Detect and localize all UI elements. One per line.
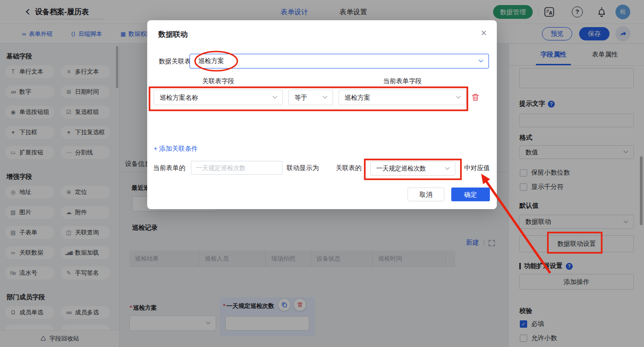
condition-target-select[interactable]: 巡检方案 xyxy=(339,90,466,105)
confirm-button[interactable]: 确定 xyxy=(451,188,490,201)
related-field-select[interactable]: 一天规定巡检次数 xyxy=(370,161,455,176)
chevron-down-icon xyxy=(479,58,483,63)
close-icon[interactable]: × xyxy=(481,27,487,40)
current-form-label: 当前表单的 xyxy=(153,161,185,175)
relation-table-select[interactable]: 巡检方案 xyxy=(190,54,489,68)
chevron-down-icon xyxy=(273,94,277,99)
cancel-button[interactable]: 取消 xyxy=(408,188,444,201)
condition-field-select[interactable]: 巡检方案名称 xyxy=(154,90,283,105)
relation-table-label: 数据关联表 xyxy=(159,54,191,68)
delete-condition-button[interactable] xyxy=(471,93,480,102)
column-header-related-field: 关联表字段 xyxy=(154,77,283,85)
chevron-down-icon xyxy=(445,165,450,170)
column-header-current-field: 当前表单字段 xyxy=(339,77,466,85)
related-table-label: 关联表的 xyxy=(336,161,362,175)
data-linkage-modal: 数据联动 × 数据关联表 巡检方案 关联表字段 当前表单字段 巡检方案名称 等于… xyxy=(147,20,497,209)
add-condition-link[interactable]: + 添加关联条件 xyxy=(154,145,198,153)
app-root: 设备档案-履历表 表单设计 表单设置 数据管理 A ? 检 ∞表单外链 ⟨⟩后端… xyxy=(0,0,644,347)
modal-title: 数据联动 xyxy=(158,30,188,40)
current-field-input[interactable] xyxy=(191,161,282,175)
chevron-down-icon xyxy=(456,94,461,99)
trash-icon xyxy=(471,93,480,102)
display-as-label: 联动显示为 xyxy=(287,161,319,175)
condition-operator-select[interactable]: 等于 xyxy=(288,90,333,105)
chevron-down-icon xyxy=(323,94,328,99)
suffix-label: 中对应值 xyxy=(464,161,490,175)
